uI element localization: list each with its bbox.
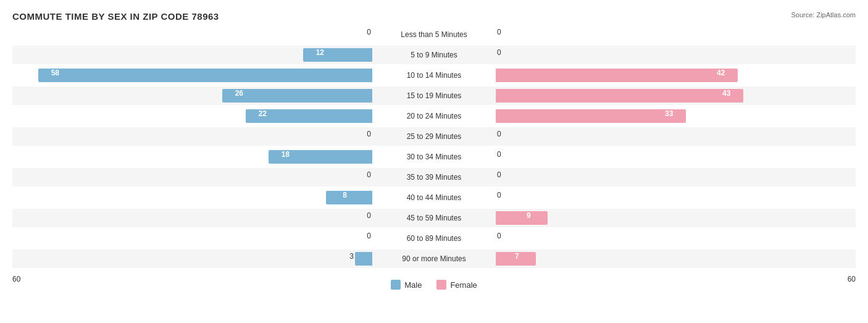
bar-label: 25 to 29 Minutes: [372, 132, 496, 141]
left-side: 3: [12, 250, 372, 268]
bar-label: 40 to 44 Minutes: [372, 193, 496, 202]
left-side: 8: [12, 188, 372, 207]
value-female: 0: [497, 48, 514, 57]
value-female: 0: [497, 130, 514, 138]
bar-male: 22: [246, 109, 372, 123]
value-male: 0: [354, 232, 371, 240]
right-side: 42: [496, 66, 856, 85]
bar-female: 9: [496, 211, 548, 225]
bar-label: 45 to 59 Minutes: [372, 214, 496, 222]
bar-male: 8: [326, 191, 372, 204]
right-side: 0: [496, 168, 856, 187]
bar-row: 0Less than 5 Minutes0: [12, 25, 856, 44]
left-side: 22: [12, 107, 372, 125]
value-male: 12: [307, 48, 324, 57]
value-male: 8: [330, 191, 347, 199]
value-male: 0: [354, 211, 371, 220]
left-side: 0: [12, 229, 372, 248]
value-male: 22: [249, 109, 267, 118]
chart-container: COMMUTE TIME BY SEX IN ZIP CODE 78963 So…: [0, 0, 868, 323]
bar-female: 43: [496, 89, 743, 103]
right-side: 0: [496, 188, 856, 207]
bar-label: 10 to 14 Minutes: [372, 71, 496, 80]
chart-title: COMMUTE TIME BY SEX IN ZIP CODE 78963: [12, 11, 856, 22]
bar-row: 5810 to 14 Minutes42: [12, 66, 856, 85]
bar-label: 30 to 34 Minutes: [372, 153, 496, 161]
left-side: 26: [12, 86, 372, 105]
bars-area: 0Less than 5 Minutes0125 to 9 Minutes058…: [12, 25, 856, 272]
legend-male-box: [391, 280, 401, 290]
value-female: 0: [497, 232, 514, 240]
bar-label: 60 to 89 Minutes: [372, 234, 496, 243]
left-side: 18: [12, 148, 372, 166]
left-side: 58: [12, 66, 372, 85]
right-side: 33: [496, 107, 856, 125]
source-label: Source: ZipAtlas.com: [791, 11, 856, 19]
right-side: 0: [496, 46, 856, 64]
value-male: 0: [354, 28, 371, 36]
value-female: 7: [515, 252, 532, 261]
bar-row: 2615 to 19 Minutes43: [12, 86, 856, 105]
bar-label: 15 to 19 Minutes: [372, 91, 496, 100]
left-side: 0: [12, 209, 372, 227]
bar-label: Less than 5 Minutes: [372, 30, 496, 39]
right-side: 7: [496, 250, 856, 268]
bar-male: 18: [269, 150, 372, 164]
value-female: 0: [497, 150, 514, 159]
right-side: 0: [496, 127, 856, 146]
bar-male: 26: [222, 89, 372, 103]
bar-female: 42: [496, 69, 738, 82]
legend: Male Female: [391, 280, 477, 290]
value-female: 9: [527, 211, 544, 220]
right-side: 43: [496, 86, 856, 105]
bar-label: 5 to 9 Minutes: [372, 51, 496, 59]
bar-female: 33: [496, 109, 686, 123]
bar-male: 3: [355, 252, 372, 266]
value-female: 42: [717, 69, 734, 77]
legend-female-label: Female: [450, 280, 477, 290]
value-male: 18: [272, 150, 290, 159]
bar-row: 1830 to 34 Minutes0: [12, 148, 856, 166]
value-male: 0: [354, 170, 371, 179]
bar-label: 90 or more Minutes: [372, 254, 496, 263]
bar-male: 58: [38, 69, 372, 82]
axis-left: 60: [12, 275, 20, 290]
bar-row: 060 to 89 Minutes0: [12, 229, 856, 248]
value-male: 26: [226, 89, 243, 98]
right-side: 0: [496, 25, 856, 44]
bar-male: 12: [303, 48, 372, 62]
bar-row: 2220 to 24 Minutes33: [12, 107, 856, 125]
bar-row: 390 or more Minutes7: [12, 250, 856, 268]
axis-right: 60: [848, 275, 856, 290]
bar-label: 35 to 39 Minutes: [372, 173, 496, 182]
bar-row: 045 to 59 Minutes9: [12, 209, 856, 227]
legend-female-box: [436, 280, 446, 290]
value-female: 0: [497, 170, 514, 179]
left-side: 0: [12, 127, 372, 146]
value-female: 33: [665, 109, 682, 118]
right-side: 9: [496, 209, 856, 227]
value-male: 3: [336, 252, 354, 261]
left-side: 0: [12, 168, 372, 187]
value-male: 0: [354, 130, 371, 138]
value-female: 43: [722, 89, 740, 98]
bar-label: 20 to 24 Minutes: [372, 112, 496, 120]
right-side: 0: [496, 229, 856, 248]
bar-female: 7: [496, 252, 536, 266]
legend-male: Male: [391, 280, 422, 290]
legend-male-label: Male: [404, 280, 422, 290]
bar-row: 840 to 44 Minutes0: [12, 188, 856, 207]
bar-row: 025 to 29 Minutes0: [12, 127, 856, 146]
left-side: 12: [12, 46, 372, 64]
value-female: 0: [497, 191, 514, 199]
legend-female: Female: [436, 280, 477, 290]
left-side: 0: [12, 25, 372, 44]
value-female: 0: [497, 28, 514, 36]
axis-labels: 60 Male Female 60: [12, 275, 856, 290]
bar-row: 035 to 39 Minutes0: [12, 168, 856, 187]
value-male: 58: [42, 69, 59, 77]
bar-row: 125 to 9 Minutes0: [12, 46, 856, 64]
right-side: 0: [496, 148, 856, 166]
